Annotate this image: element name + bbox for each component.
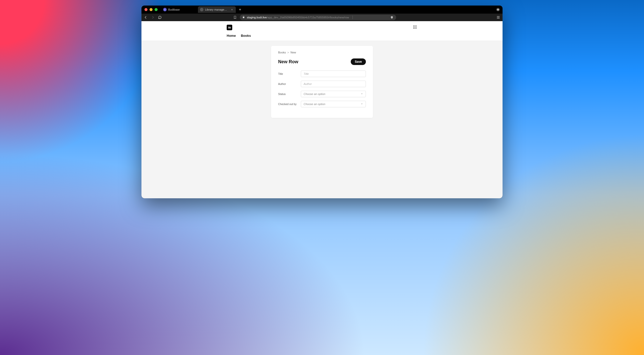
checked-out-by-select-placeholder: Choose an option bbox=[304, 103, 325, 106]
tab-title: Library management app bbox=[205, 8, 229, 11]
lock-icon bbox=[242, 16, 245, 19]
status-select[interactable]: Choose an option bbox=[301, 91, 366, 97]
svg-point-0 bbox=[497, 9, 499, 10]
bookmark-icon[interactable] bbox=[233, 15, 237, 20]
status-select-placeholder: Choose an option bbox=[304, 92, 325, 95]
browser-window: b Budibase Library management app × + bbox=[141, 6, 503, 198]
app-logo[interactable]: bb bbox=[227, 25, 232, 30]
browser-menu-button[interactable] bbox=[496, 15, 501, 20]
window-maximize-button[interactable] bbox=[155, 8, 158, 11]
chevron-down-icon bbox=[361, 103, 363, 106]
window-minimize-button[interactable] bbox=[150, 8, 153, 11]
author-label: Author bbox=[278, 82, 297, 85]
title-label: Title bbox=[278, 72, 297, 75]
nav-reload-button[interactable] bbox=[158, 15, 162, 20]
tab-title: Budibase bbox=[168, 8, 194, 11]
breadcrumb-current: New bbox=[290, 51, 296, 54]
nav-back-button[interactable] bbox=[143, 15, 148, 20]
form-card: Books > New New Row Save Title Author bbox=[271, 46, 373, 118]
url-divider bbox=[353, 16, 353, 19]
browser-tab-bar: b Budibase Library management app × + bbox=[141, 6, 503, 14]
title-input[interactable] bbox=[301, 71, 366, 77]
author-input[interactable] bbox=[301, 81, 366, 87]
checked-out-by-label: Checked out by bbox=[278, 103, 297, 106]
shield-icon[interactable] bbox=[390, 16, 394, 19]
window-close-button[interactable] bbox=[144, 8, 148, 11]
url-path: /app_dev_1fa65096b850455bb4c5715a7565595… bbox=[267, 16, 349, 19]
status-label: Status bbox=[278, 92, 297, 95]
app-nav: Home Books bbox=[224, 30, 420, 41]
nav-home[interactable]: Home bbox=[227, 34, 236, 38]
page-body: Books > New New Row Save Title Author bbox=[141, 41, 503, 198]
browser-toolbar: staging.budi.live/app_dev_1fa65096b85045… bbox=[141, 14, 503, 21]
save-button[interactable]: Save bbox=[351, 58, 366, 65]
nav-books[interactable]: Books bbox=[241, 34, 251, 38]
favicon-icon bbox=[200, 8, 203, 11]
breadcrumb-separator: > bbox=[287, 51, 289, 54]
url-text: staging.budi.live/app_dev_1fa65096b85045… bbox=[247, 16, 349, 19]
nav-forward-button[interactable] bbox=[151, 15, 155, 20]
breadcrumb: Books > New bbox=[278, 51, 366, 54]
browser-tab[interactable]: b Budibase bbox=[161, 6, 196, 13]
page-title: New Row bbox=[278, 59, 298, 64]
extensions-icon[interactable] bbox=[496, 8, 500, 12]
breadcrumb-root[interactable]: Books bbox=[278, 51, 286, 54]
url-host: staging.budi.live bbox=[247, 16, 267, 19]
browser-tab[interactable]: Library management app × bbox=[198, 6, 236, 13]
url-bar[interactable]: staging.budi.live/app_dev_1fa65096b85045… bbox=[240, 15, 396, 20]
app-viewport: bb Home Books Books > New bbox=[141, 21, 503, 198]
new-tab-button[interactable]: + bbox=[237, 7, 243, 12]
checked-out-by-select[interactable]: Choose an option bbox=[301, 101, 366, 107]
apps-grid-icon[interactable] bbox=[413, 25, 417, 29]
app-header: bb Home Books bbox=[141, 21, 503, 41]
tab-close-button[interactable]: × bbox=[230, 8, 234, 11]
favicon-icon: b bbox=[163, 8, 167, 11]
window-controls bbox=[144, 8, 158, 11]
chevron-down-icon bbox=[361, 92, 363, 95]
